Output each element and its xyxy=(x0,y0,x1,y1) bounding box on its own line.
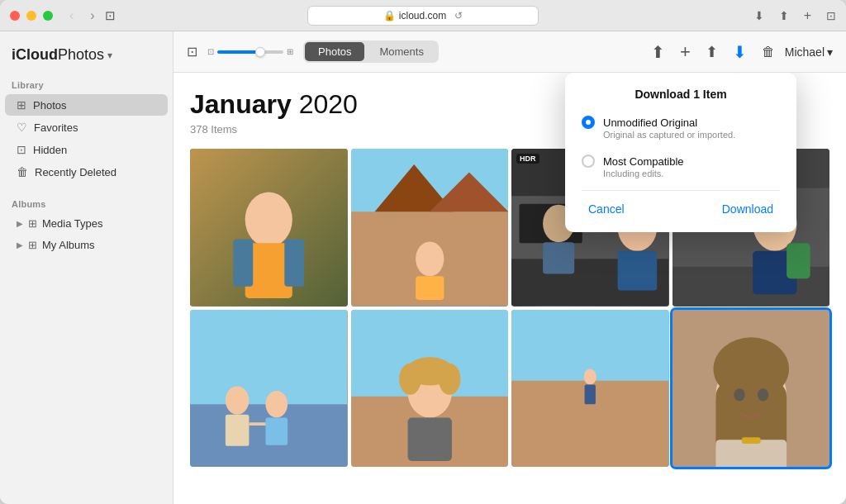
user-name: Michael xyxy=(785,45,825,59)
sidebar-toggle-toolbar[interactable]: ⊡ xyxy=(187,44,197,59)
favorites-icon: ♡ xyxy=(17,121,27,134)
share-button[interactable]: ⬆ xyxy=(706,43,718,61)
zoom-out-icon[interactable]: ⊡ xyxy=(207,47,214,56)
sidebar-item-recently-deleted[interactable]: 🗑 Recently Deleted xyxy=(5,161,168,183)
svg-point-26 xyxy=(226,386,250,414)
dialog-option-row-2: Most Compatible xyxy=(582,155,780,168)
svg-rect-16 xyxy=(618,251,658,291)
toolbar-actions: ⬆ + ⬆ ⬇ 🗑 xyxy=(651,41,775,63)
library-section-label: Library xyxy=(0,75,173,93)
download-icon-titlebar[interactable]: ⬇ xyxy=(754,9,764,22)
sidebar-group-my-albums[interactable]: ▶ ⊞ My Albums xyxy=(5,235,168,255)
cancel-button[interactable]: Cancel xyxy=(582,199,631,219)
maximize-button[interactable] xyxy=(43,11,53,21)
app-toolbar: ⊡ ⊡ ⊞ Photos Moments xyxy=(173,31,846,73)
share-icon-titlebar[interactable]: ⬆ xyxy=(779,9,789,22)
upload-button[interactable]: ⬆ xyxy=(651,42,665,62)
minimize-button[interactable] xyxy=(26,11,36,21)
svg-rect-18 xyxy=(543,242,574,273)
photos-icon: ⊞ xyxy=(17,98,26,112)
user-chevron: ▾ xyxy=(827,45,833,59)
delete-button[interactable]: 🗑 xyxy=(762,45,775,59)
dialog-option-row: Unmodified Original xyxy=(582,116,780,129)
titlebar-actions: ⬇ ⬆ + ⊡ xyxy=(754,8,836,23)
dialog-divider xyxy=(582,190,780,191)
user-menu[interactable]: Michael ▾ xyxy=(785,45,833,59)
app-title-chevron[interactable]: ▾ xyxy=(107,50,112,61)
title-year: 2020 xyxy=(292,89,358,119)
sidebar-photos-label: Photos xyxy=(33,99,66,112)
albums-section-label: Albums xyxy=(0,194,173,212)
sidebar-my-albums-label: My Albums xyxy=(42,239,95,251)
zoom-slider[interactable] xyxy=(217,50,283,54)
main-content: January 2020 378 Items xyxy=(173,73,846,504)
svg-rect-48 xyxy=(715,440,787,467)
titlebar: ‹ › ⊡ 🔒 icloud.com ↺ ⬇ ⬆ + ⊡ xyxy=(0,0,846,31)
sidebar-item-hidden[interactable]: ⊡ Hidden xyxy=(5,139,168,160)
sidebar-item-photos[interactable]: ⊞ Photos xyxy=(5,94,168,116)
url-input[interactable]: 🔒 icloud.com ↺ xyxy=(307,6,539,26)
app-name-main: iCloud xyxy=(12,46,58,64)
option-unmodified-desc: Original as captured or imported. xyxy=(603,130,780,140)
nav-buttons: ‹ › xyxy=(66,8,98,23)
svg-rect-5 xyxy=(284,240,304,287)
zoom-thumb[interactable] xyxy=(255,47,265,57)
add-button[interactable]: + xyxy=(680,41,691,63)
download-dialog[interactable]: Download 1 Item Unmodified Original Orig… xyxy=(565,73,796,232)
photo-item[interactable] xyxy=(511,310,669,468)
option-compatible-desc: Including edits. xyxy=(603,169,780,178)
app-body: iCloud Photos ▾ Library ⊞ Photos ♡ Favor… xyxy=(0,31,846,504)
sidebar-favorites-label: Favorites xyxy=(34,121,78,134)
tab-moments[interactable]: Moments xyxy=(366,42,436,61)
tab-photos[interactable]: Photos xyxy=(305,42,364,61)
download-confirm-button[interactable]: Download xyxy=(715,199,780,219)
svg-point-40 xyxy=(584,368,596,384)
photo-item-selected[interactable] xyxy=(673,310,830,468)
option-compatible-label: Most Compatible xyxy=(603,155,684,168)
my-albums-chevron: ▶ xyxy=(17,240,23,250)
svg-point-50 xyxy=(757,388,768,401)
photo-item[interactable] xyxy=(351,149,509,307)
sidebar-media-types-label: Media Types xyxy=(42,217,102,230)
radio-compatible[interactable] xyxy=(582,155,595,168)
photo-item[interactable] xyxy=(190,310,348,468)
radio-unmodified[interactable] xyxy=(582,116,595,129)
forward-button[interactable]: › xyxy=(87,8,97,23)
dialog-option-compatible[interactable]: Most Compatible Including edits. xyxy=(582,151,780,182)
svg-point-49 xyxy=(734,388,744,401)
svg-rect-23 xyxy=(787,243,810,278)
download-button[interactable]: ⬇ xyxy=(733,42,747,62)
address-bar: 🔒 icloud.com ↺ xyxy=(307,6,539,26)
trash-icon: 🗑 xyxy=(17,165,28,178)
photo-item[interactable] xyxy=(190,149,348,307)
my-albums-folder-icon: ⊞ xyxy=(28,239,37,251)
svg-point-2 xyxy=(245,192,292,247)
sidebar-group-media-types[interactable]: ▶ ⊞ Media Types xyxy=(5,213,168,234)
svg-rect-29 xyxy=(265,417,288,445)
dialog-option-unmodified[interactable]: Unmodified Original Original as captured… xyxy=(582,112,780,143)
security-icon: 🔒 xyxy=(383,10,396,21)
sidebar-item-favorites[interactable]: ♡ Favorites xyxy=(5,116,168,138)
app-title: iCloud Photos ▾ xyxy=(0,41,173,75)
dialog-title: Download 1 Item xyxy=(582,88,780,101)
sidebar-toggle-titlebar[interactable]: ⊡ xyxy=(105,8,116,23)
close-button[interactable] xyxy=(10,11,20,21)
traffic-lights xyxy=(10,11,53,21)
svg-rect-27 xyxy=(226,414,250,445)
reload-icon[interactable]: ↺ xyxy=(454,10,463,21)
svg-rect-51 xyxy=(741,437,760,444)
sidebar: iCloud Photos ▾ Library ⊞ Photos ♡ Favor… xyxy=(0,31,173,504)
app-name-sub: Photos xyxy=(58,46,104,64)
sidebar-hidden-label: Hidden xyxy=(33,144,67,156)
photo-item[interactable] xyxy=(351,310,509,468)
svg-point-35 xyxy=(399,363,421,394)
zoom-in-icon[interactable]: ⊞ xyxy=(287,47,293,56)
hdr-badge: HDR xyxy=(516,154,539,164)
svg-rect-41 xyxy=(585,384,596,404)
tab-overview-icon[interactable]: ⊡ xyxy=(826,9,836,22)
svg-rect-11 xyxy=(416,276,444,300)
media-types-chevron: ▶ xyxy=(17,219,23,228)
svg-point-36 xyxy=(438,363,460,394)
new-tab-icon[interactable]: + xyxy=(804,8,811,23)
back-button[interactable]: ‹ xyxy=(66,8,77,23)
